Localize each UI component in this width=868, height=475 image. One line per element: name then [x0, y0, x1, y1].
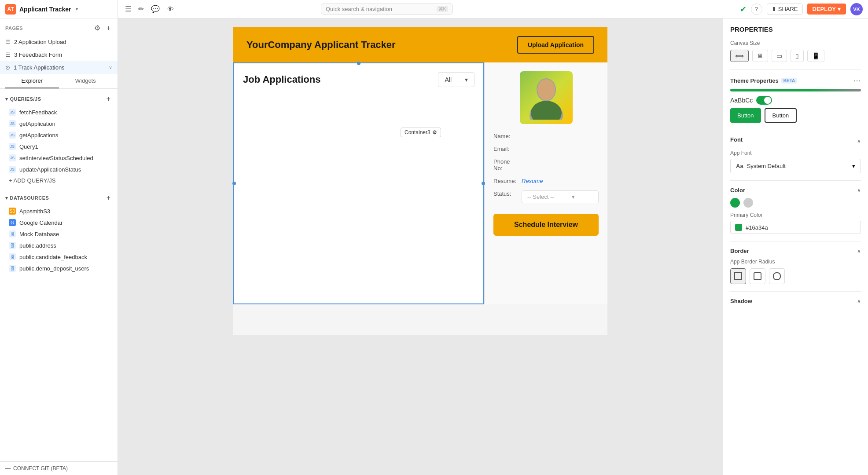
datasource-label: AppsmithS3: [19, 208, 50, 215]
sidebar: AT Applicant Tracker ▾ PAGES ⚙ + ☰ 2 App…: [0, 0, 118, 475]
datasources-title[interactable]: ▾ DATASOURCES: [5, 195, 49, 201]
user-avatar[interactable]: VK: [850, 3, 863, 15]
theme-button-filled[interactable]: Button: [730, 108, 761, 123]
sidebar-item-feedback-form[interactable]: ☰ 3 Feeedback Form: [0, 48, 118, 61]
shadow-collapse-icon[interactable]: ∧: [857, 298, 861, 304]
search-box[interactable]: Quick search & navigation ⌘K: [321, 4, 453, 15]
add-datasource-button[interactable]: +: [105, 193, 112, 203]
aabbcc-row: AaBbCc: [730, 96, 861, 105]
primary-color-dot: [735, 224, 742, 231]
datasource-icon-s3: S3: [9, 208, 16, 215]
datasource-item-public-demo-deposit-users[interactable]: 🗄 public.demo_deposit_users: [0, 263, 118, 274]
tab-widgets[interactable]: Widgets: [59, 74, 113, 88]
canvas-size-mobile[interactable]: 📱: [807, 50, 824, 62]
datasource-item-mock-database[interactable]: 🗄 Mock Database: [0, 228, 118, 240]
query-item-Query1[interactable]: JS Query1: [0, 141, 118, 152]
connect-git-button[interactable]: — CONNECT GIT (BETA): [0, 461, 118, 475]
shadow-section-header: Shadow ∧: [730, 298, 861, 304]
datasource-item-appsmith-s3[interactable]: S3 AppsmithS3: [0, 205, 118, 217]
datasource-label: public.address: [19, 242, 56, 249]
theme-button-outline[interactable]: Button: [765, 108, 797, 123]
canvas-size-tablet[interactable]: ▭: [772, 50, 787, 62]
query-item-getApplications[interactable]: JS getApplications: [0, 129, 118, 141]
share-button[interactable]: ⬆ SHARE: [767, 4, 803, 15]
query-item-getApplication[interactable]: JS getApplication: [0, 118, 118, 129]
datasource-icon-db: 🗄: [9, 253, 16, 260]
query-item-setInterviewStatusScheduled[interactable]: JS setInterviewStatusScheduled: [0, 152, 118, 164]
theme-label: Theme Properties: [730, 77, 779, 84]
selection-handle-left: [232, 182, 236, 185]
svg-point-3: [537, 79, 555, 100]
deploy-button[interactable]: DEPLOY ▾: [807, 4, 846, 15]
resume-link[interactable]: Resume: [522, 178, 543, 184]
primary-color-swatch[interactable]: #16a34a: [730, 221, 861, 234]
datasource-icon-db: 🗄: [9, 265, 16, 272]
query-icon: JS: [9, 143, 16, 150]
color-green-circle[interactable]: [730, 198, 740, 208]
theme-toggle[interactable]: [756, 96, 772, 105]
query-label: setInterviewStatusScheduled: [19, 155, 93, 161]
canvas-size-desktop[interactable]: 🖥: [752, 50, 768, 62]
datasource-label: Mock Database: [19, 231, 59, 238]
tab-switcher: Explorer Widgets: [0, 74, 118, 89]
eye-button[interactable]: 👁: [165, 4, 176, 15]
pages-settings-button[interactable]: ⚙: [92, 23, 102, 33]
border-radius-round-button[interactable]: [769, 268, 785, 284]
canvas-size-tablet-portrait[interactable]: ▯: [791, 50, 804, 62]
add-query-link[interactable]: + ADD QUERY/JS: [0, 175, 118, 186]
color-gray-circle[interactable]: [743, 198, 753, 208]
edit-button[interactable]: ✏: [136, 3, 146, 15]
color-circles: [730, 198, 861, 208]
divider-1: [730, 69, 861, 69]
tab-explorer[interactable]: Explorer: [5, 74, 59, 88]
success-icon: ✔: [740, 4, 747, 14]
datasource-item-public-candidate-feedback[interactable]: 🗄 public.candidate_feedback: [0, 251, 118, 263]
divider-4: [730, 241, 861, 241]
person-silhouette-icon: [529, 76, 564, 120]
properties-panel: PROPERTIES Canvas Size ⟺ 🖥 ▭ ▯ 📱 Theme P…: [723, 18, 868, 475]
queries-title[interactable]: ▾ QUERIES/JS: [5, 96, 41, 102]
datasource-item-public-address[interactable]: 🗄 public.address: [0, 240, 118, 251]
upload-application-button[interactable]: Upload Application: [517, 36, 594, 54]
query-item-updateApplicationStatus[interactable]: JS updateApplicationStatus: [0, 164, 118, 175]
datasource-label: Google Calendar: [19, 219, 63, 226]
color-collapse-icon[interactable]: ∧: [857, 187, 861, 194]
main-canvas: YourCompany Applicant Tracker Upload App…: [118, 18, 723, 475]
theme-more-button[interactable]: ⋯: [853, 76, 861, 85]
page-icon: ⊙: [5, 64, 10, 71]
font-dropdown[interactable]: Aa System Default ▾: [730, 159, 861, 173]
query-icon: JS: [9, 166, 16, 173]
border-radius-square-button[interactable]: [730, 268, 746, 284]
container-settings-icon[interactable]: ⚙: [432, 129, 437, 135]
job-list-header: Job Applications All ▾: [243, 72, 474, 87]
datasource-item-google-calendar[interactable]: G Google Calendar: [0, 217, 118, 228]
border-radius-slight-button[interactable]: [750, 268, 765, 284]
query-item-fetchFeedback[interactable]: JS fetchFeedback: [0, 106, 118, 118]
hamburger-menu-button[interactable]: ☰: [123, 3, 133, 15]
query-label: getApplication: [19, 121, 55, 127]
app-title: Applicant Tracker: [19, 6, 71, 13]
filter-dropdown[interactable]: All ▾: [438, 72, 474, 87]
share-icon: ⬆: [772, 6, 776, 12]
font-collapse-icon[interactable]: ∧: [857, 138, 861, 144]
pages-add-button[interactable]: +: [105, 23, 112, 33]
datasource-label: public.demo_deposit_users: [19, 265, 89, 272]
status-dropdown[interactable]: -- Select -- ▾: [522, 190, 599, 203]
datasources-section-header: ▾ DATASOURCES +: [0, 190, 118, 205]
theme-section-header: Theme Properties BETA ⋯: [730, 76, 861, 85]
border-collapse-icon[interactable]: ∧: [857, 248, 861, 254]
sidebar-item-application-upload[interactable]: ☰ 2 Application Upload: [0, 36, 118, 48]
add-query-button[interactable]: +: [105, 94, 112, 104]
filter-chevron-icon: ▾: [465, 76, 468, 83]
canvas-size-desktop-wide[interactable]: ⟺: [730, 50, 749, 62]
sidebar-item-track-applications[interactable]: ⊙ 1 Track Applications ∨: [0, 61, 118, 74]
help-button[interactable]: ?: [751, 4, 762, 15]
round-icon: [773, 272, 781, 280]
pages-section-actions: ⚙ +: [92, 23, 112, 33]
resume-field-row: Resume: Resume: [493, 178, 599, 184]
comment-button[interactable]: 💬: [149, 3, 162, 15]
font-name: System Default: [747, 163, 849, 169]
queries-collapse-icon: ▾: [5, 96, 8, 102]
schedule-interview-button[interactable]: Schedule Interview: [493, 214, 599, 236]
selection-handle-top: [357, 62, 360, 65]
